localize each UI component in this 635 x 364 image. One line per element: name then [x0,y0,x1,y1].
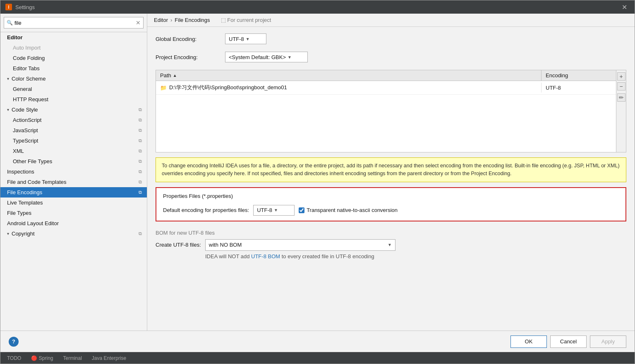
nav-tree: Editor Auto Import Code Folding Editor T… [0,32,147,331]
sidebar-item-file-encodings[interactable]: File Encodings ⧉ [0,187,147,197]
chevron-icon: ▾ [7,107,9,112]
sidebar-item-copyright[interactable]: ▾ Copyright ⧉ [0,228,147,239]
sidebar-item-editor[interactable]: Editor [0,32,147,43]
bom-value: with NO BOM [209,242,242,248]
sidebar-item-file-types[interactable]: File Types [0,208,147,218]
edit-row-button[interactable]: ✏ [617,93,625,102]
col-encoding[interactable]: Encoding [542,70,616,81]
taskbar-item-spring[interactable]: 🔴 Spring [28,354,56,362]
path-value: D:\学习文件\代码\SpringBoot\springboot_demo01 [169,84,287,91]
copy-icon: ⧉ [139,117,142,123]
sidebar-item-general[interactable]: General [0,84,147,94]
sidebar-item-code-style[interactable]: ▾ Code Style ⧉ [0,105,147,115]
main-content: Editor › File Encodings ⬚ For current pr… [147,14,635,331]
sidebar-item-live-templates[interactable]: Live Templates [0,197,147,208]
copy-icon: ⧉ [139,148,142,154]
remove-row-button[interactable]: − [617,82,625,90]
sidebar-item-editor-tabs[interactable]: Editor Tabs [0,63,147,74]
bottom-bar: ? OK Cancel Apply [0,331,635,352]
sidebar-item-inspections[interactable]: Inspections ⧉ [0,167,147,177]
title-bar: I Settings ✕ [0,0,635,14]
nav-label: General [13,86,32,92]
nav-label: Code Style [12,107,38,113]
properties-section: Properties Files (*.properties) Default … [156,187,626,221]
copy-icon: ⧉ [139,231,142,236]
nav-label: Other File Types [13,158,52,164]
project-encoding-select[interactable]: <System Default: GBK> ▼ [225,52,308,62]
ok-button[interactable]: OK [510,335,547,348]
global-encoding-value: UTF-8 [229,36,244,42]
properties-row: Default encoding for properties files: U… [163,205,619,216]
sidebar-item-code-folding[interactable]: Code Folding [0,53,147,63]
sidebar-item-file-code-templates[interactable]: File and Code Templates ⧉ [0,177,147,187]
window-title: Settings [15,4,35,10]
col-path-label: Path [160,72,171,79]
transparent-checkbox-wrap[interactable]: Transparent native-to-ascii conversion [299,207,398,213]
folder-icon: 📁 [160,85,167,91]
project-encoding-value: <System Default: GBK> [229,54,286,60]
copy-icon: ⧉ [139,128,142,133]
sidebar-item-other-file-types[interactable]: Other File Types ⧉ [0,156,147,167]
add-row-button[interactable]: + [617,72,625,81]
default-encoding-value: UTF-8 [257,207,272,213]
sidebar-item-http-request[interactable]: HTTP Request [0,94,147,105]
bom-title: BOM for new UTF-8 files [156,230,626,236]
search-box: 🔍 ✕ [0,14,147,32]
copy-icon: ⧉ [139,138,142,143]
col-path[interactable]: Path ▲ [156,70,542,81]
dropdown-arrow-icon: ▼ [288,55,292,59]
td-encoding: UTF-8 [542,83,616,92]
nav-label: Android Layout Editor [7,220,59,226]
default-encoding-label: Default encoding for properties files: [163,207,249,213]
sidebar-item-color-scheme[interactable]: ▾ Color Scheme [0,74,147,84]
apply-button[interactable]: Apply [590,335,626,348]
taskbar-item-terminal[interactable]: Terminal [60,354,85,362]
search-clear-icon[interactable]: ✕ [136,19,141,26]
transparent-label: Transparent native-to-ascii conversion [307,207,398,213]
chevron-icon: ▾ [7,231,9,236]
search-input-wrap[interactable]: 🔍 ✕ [4,17,144,29]
breadcrumb: Editor › File Encodings ⬚ For current pr… [147,14,635,27]
table-row[interactable]: 📁 D:\学习文件\代码\SpringBoot\springboot_demo0… [156,81,616,95]
nav-label: Editor [7,34,23,40]
nav-label: JavaScript [13,127,38,133]
nav-label: Code Folding [13,55,45,61]
transparent-checkbox[interactable] [299,207,304,213]
close-button[interactable]: ✕ [619,2,630,12]
nav-label: Editor Tabs [13,65,40,71]
sidebar-item-android-layout-editor[interactable]: Android Layout Editor [0,218,147,228]
content-area: Global Encoding: UTF-8 ▼ Project Encodin… [147,27,635,331]
bom-hint: IDEA will NOT add UTF-8 BOM to every cre… [156,253,626,259]
create-label: Create UTF-8 files: [156,242,201,248]
sidebar-item-xml[interactable]: XML ⧉ [0,146,147,156]
sidebar-item-javascript[interactable]: JavaScript ⧉ [0,125,147,136]
breadcrumb-for-project: ⬚ For current project [221,17,271,23]
bom-row: Create UTF-8 files: with NO BOM ▼ [156,239,626,251]
cancel-button[interactable]: Cancel [550,335,587,348]
nav-label: File Types [7,210,31,216]
dropdown-arrow-icon: ▼ [388,243,392,247]
hint-box: To change encoding IntelliJ IDEA uses fo… [156,157,626,182]
dropdown-arrow-icon: ▼ [246,37,250,41]
copy-icon: ⧉ [139,169,142,174]
taskbar-item-todo[interactable]: TODO [4,354,24,362]
global-encoding-select[interactable]: UTF-8 ▼ [225,33,266,44]
copy-icon: ⧉ [139,190,142,195]
taskbar-item-java-enterprise[interactable]: Java Enterprise [89,354,129,362]
nav-label: File Encodings [7,189,42,195]
bom-section: BOM for new UTF-8 files Create UTF-8 fil… [156,226,626,263]
sidebar-item-actionscript[interactable]: ActionScript ⧉ [0,115,147,125]
search-input[interactable] [14,20,134,26]
bom-link[interactable]: UTF-8 BOM [251,253,280,259]
app-icon: I [5,4,12,10]
table-body: 📁 D:\学习文件\代码\SpringBoot\springboot_demo0… [156,81,616,152]
sidebar: 🔍 ✕ Editor Auto Import Code Folding Edit… [0,14,147,331]
help-button[interactable]: ? [9,337,19,347]
nav-label: TypeScript [13,138,38,144]
copy-icon: ⧉ [139,179,142,185]
default-encoding-select[interactable]: UTF-8 ▼ [253,205,295,216]
sidebar-item-typescript[interactable]: TypeScript ⧉ [0,136,147,146]
bom-select[interactable]: with NO BOM ▼ [205,239,395,251]
sidebar-item-auto-import[interactable]: Auto Import [0,43,147,53]
nav-label: Color Scheme [12,76,46,82]
